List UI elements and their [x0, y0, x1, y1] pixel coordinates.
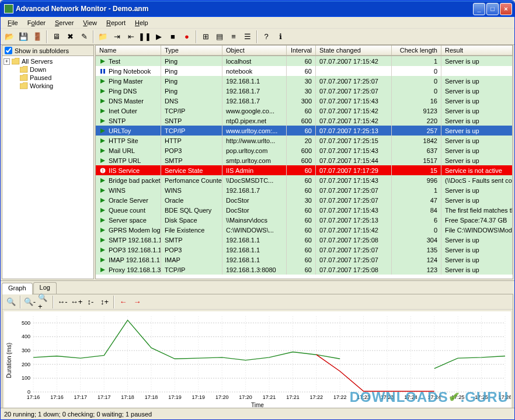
svg-text:17:24: 17:24	[428, 394, 441, 400]
server-row[interactable]: IMAP 192.168.1.1IMAP192.168.1.16007.07.2…	[96, 255, 513, 265]
titlebar[interactable]: Advanced Network Monitor - Demo.anm _ □ …	[1, 1, 514, 17]
list-icon[interactable]: ≡	[227, 30, 240, 43]
zoom-in-y-icon[interactable]: ↕+	[98, 296, 111, 308]
menu-view[interactable]: View	[78, 18, 102, 27]
maximize-button[interactable]: □	[486, 3, 499, 15]
server-row[interactable]: POP3 192.168.1.1POP3192.168.1.16007.07.2…	[96, 245, 513, 255]
cell: 84	[392, 205, 441, 215]
cell: File C:\WINDOWS\ModemLog_...	[441, 225, 513, 235]
server-row[interactable]: Proxy 192.168.1.3TCP/IP192.168.1.3:80806…	[96, 265, 513, 275]
resume-icon[interactable]: ▶	[152, 30, 165, 43]
small-icons-icon[interactable]: ▤	[213, 30, 226, 43]
tree-root[interactable]: +All Servers	[4, 57, 92, 65]
svg-marker-3	[100, 79, 105, 84]
record-icon[interactable]: ●	[180, 30, 193, 43]
server-row[interactable]: !IIS ServiceService StateIIS Admin6007.0…	[96, 165, 513, 175]
menu-help[interactable]: Help	[130, 18, 153, 27]
server-row[interactable]: Bridge bad packetsPerfomance Counter\\Do…	[96, 175, 513, 185]
stop-icon[interactable]: ■	[166, 30, 179, 43]
column-name[interactable]: Name	[96, 46, 161, 55]
cell: Server is up	[441, 116, 513, 126]
save-icon[interactable]: 💾	[17, 30, 30, 43]
show-subfolders-checkbox[interactable]	[5, 47, 12, 54]
server-row[interactable]: Inet OuterTCP/IPwww.google.co...6007.07.…	[96, 106, 513, 116]
cell: 60	[287, 165, 316, 175]
cell: Ping DNS	[96, 86, 161, 96]
column-interval[interactable]: Interval	[287, 46, 316, 55]
server-row[interactable]: SMTP 192.168.1.1SMTP192.168.1.16007.07.2…	[96, 235, 513, 245]
close-button[interactable]: ×	[500, 3, 512, 15]
cell: TCP/IP	[161, 106, 222, 116]
toolbar-separator	[53, 296, 54, 308]
menu-folder[interactable]: Folder	[23, 18, 50, 27]
column-type[interactable]: Type	[161, 46, 222, 55]
expand-icon[interactable]: +	[4, 58, 10, 65]
tab-log[interactable]: Log	[33, 282, 57, 294]
server-row[interactable]: TestPinglocalhost6007.07.2007 17:15:421S…	[96, 56, 513, 66]
pause-icon[interactable]: ❚❚	[138, 30, 151, 43]
large-icons-icon[interactable]: ⊞	[199, 30, 212, 43]
column-state-changed[interactable]: State changed	[316, 46, 392, 55]
server-row[interactable]: HTTP SiteHTTPhttp://www.urlto...2007.07.…	[96, 136, 513, 145]
new-server-icon[interactable]: 🖥	[50, 30, 62, 43]
delete-icon[interactable]: ✖	[64, 30, 76, 43]
menu-report[interactable]: Report	[102, 18, 130, 27]
cell: 60	[287, 205, 316, 215]
cell: 0	[392, 225, 441, 235]
zoom-out-x-icon[interactable]: ↔-	[56, 296, 69, 308]
server-row[interactable]: Mail URLPOP3pop.urltoy.com60007.07.2007 …	[96, 145, 513, 155]
server-row[interactable]: Ping DNSPing192.168.1.73007.07.2007 17:2…	[96, 86, 513, 96]
server-row[interactable]: Oracle ServerOracleDocStor3007.07.2007 1…	[96, 195, 513, 205]
server-row[interactable]: GPRS Modem logFile ExistenceC:\WINDOWS\.…	[96, 225, 513, 235]
details-icon[interactable]: ☰	[241, 30, 254, 43]
help-icon[interactable]: ?	[260, 30, 273, 43]
move-out-icon[interactable]: ⇤	[124, 30, 137, 43]
zoom-in-icon[interactable]: 🔍+	[37, 296, 50, 308]
server-row[interactable]: SMTP URLSMTPsmtp.urltoy.com60007.07.2007…	[96, 155, 513, 165]
server-row[interactable]: Server spaceDisk Space\\Mainsrv\docs6007…	[96, 215, 513, 225]
tree-item-down[interactable]: Down	[4, 65, 92, 74]
cell: 600	[287, 155, 316, 165]
server-row[interactable]: DNS MasterDNS192.168.1.730007.07.2007 17…	[96, 96, 513, 106]
move-in-icon[interactable]: ⇥	[110, 30, 123, 43]
server-row[interactable]: SNTPSNTPntp0.pipex.net60007.07.2007 17:1…	[96, 116, 513, 126]
cell: HTTP Site	[96, 136, 161, 145]
column-check-length[interactable]: Check length	[392, 46, 441, 55]
tree-item-working[interactable]: Working	[4, 82, 92, 90]
exit-icon[interactable]: 🚪	[31, 30, 44, 43]
zoom-out-y-icon[interactable]: ↕-	[84, 296, 97, 308]
show-subfolders-option[interactable]: Show in subfolders	[2, 46, 93, 56]
open-icon[interactable]: 📂	[3, 30, 16, 43]
column-object[interactable]: Object	[222, 46, 287, 55]
edit-icon[interactable]: ✎	[78, 30, 91, 43]
graph-panel: 🔍🔍-🔍+↔-↔+↕-↕+←→ 010020030040050017:1617:…	[2, 294, 513, 412]
zoom-reset-icon[interactable]: 🔍	[5, 296, 18, 308]
zoom-out-icon[interactable]: 🔍-	[23, 296, 36, 308]
minimize-button[interactable]: _	[473, 3, 485, 15]
menubar: FileFolderServerViewReportHelp	[1, 17, 514, 29]
column-result[interactable]: Result	[441, 46, 513, 55]
menu-file[interactable]: File	[3, 18, 23, 27]
arrow-right-icon[interactable]: →	[131, 296, 144, 308]
server-row[interactable]: URLToyTCP/IPwww.urltoy.com:...6007.07.20…	[96, 126, 513, 136]
tree-item-paused[interactable]: Paused	[4, 74, 92, 82]
arrow-left-icon[interactable]: ←	[117, 296, 130, 308]
status-up-icon	[99, 187, 106, 194]
server-row[interactable]: WINSWINS192.168.1.76007.07.2007 17:25:07…	[96, 185, 513, 195]
list-body[interactable]: TestPinglocalhost6007.07.2007 17:15:421S…	[96, 56, 513, 279]
tab-graph[interactable]: Graph	[2, 283, 33, 294]
server-row[interactable]: Queue countBDE SQL QueryDocStor6007.07.2…	[96, 205, 513, 215]
cell: Proxy 192.168.1.3	[96, 265, 161, 275]
svg-marker-8	[100, 129, 105, 133]
zoom-in-x-icon[interactable]: ↔+	[70, 296, 83, 308]
chart[interactable]: 010020030040050017:1617:1617:1717:1717:1…	[4, 311, 511, 409]
cell: IMAP 192.168.1.1	[96, 255, 161, 265]
server-row[interactable]: Ping MasterPing192.168.1.13007.07.2007 1…	[96, 76, 513, 86]
menu-server[interactable]: Server	[50, 18, 78, 27]
about-icon[interactable]: ℹ	[274, 30, 287, 43]
svg-text:17:22: 17:22	[310, 394, 323, 400]
folder-icon[interactable]: 📁	[96, 30, 109, 43]
cell: The first field matches the conditi...	[441, 205, 513, 215]
server-row[interactable]: Ping NotebookPingnotebook600	[96, 66, 513, 76]
cell: Perfomance Counter	[161, 175, 222, 185]
